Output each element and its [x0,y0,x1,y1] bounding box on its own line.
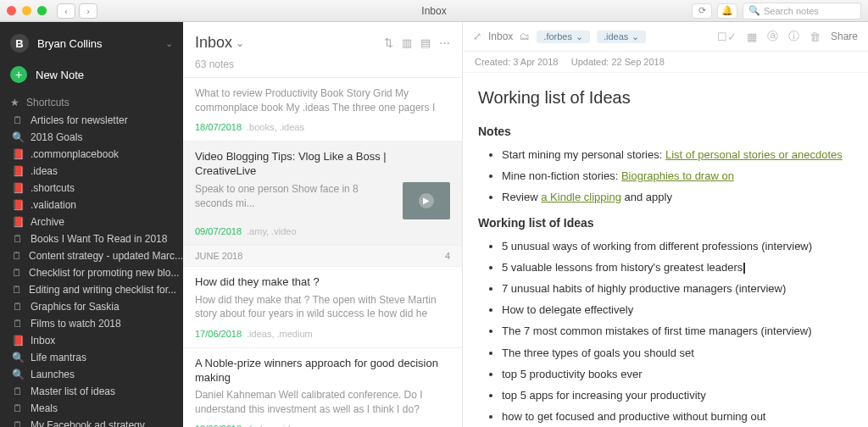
sidebar-item[interactable]: 🗒Graphics for Saskia [0,298,183,315]
note-card-snippet: What to review Productivity Book Story G… [195,86,450,115]
sidebar-item[interactable]: 🗒Books I Want To Read in 2018 [0,230,183,247]
search-input[interactable]: 🔍 Search notes [743,3,861,19]
sidebar-item[interactable]: 🗒Meals [0,400,183,417]
close-window-icon[interactable] [7,6,16,15]
shortcuts-label: Shortcuts [26,97,70,108]
note-list-pane: Inbox ⌄ ⇅ ▥ ▤ ⋯ 63 notes What to review … [183,22,463,427]
sidebar-item[interactable]: 🗒Master list of ideas [0,383,183,400]
note-icon: 🗒 [12,284,22,296]
link[interactable]: a Kindle clipping [541,191,621,203]
list-title[interactable]: Inbox [195,34,232,52]
sidebar-item[interactable]: 🗒Editing and writing checklist for... [0,281,183,298]
sidebar-item-label: Master list of ideas [31,385,115,397]
sidebar-item[interactable]: 📕.validation [0,197,183,214]
expand-icon[interactable]: ⤢ [473,30,481,42]
reminder-icon[interactable]: ☐✓ [717,30,737,43]
note-card[interactable]: How did they make that ?How did they mak… [183,266,462,347]
sidebar-item[interactable]: 🗒Checklist for promoting new blo... [0,264,183,281]
link[interactable]: Biographies to draw on [621,169,734,182]
filter-button[interactable]: ▤ [420,36,431,49]
note-title[interactable]: Working list of Ideas [478,85,853,111]
note-card-date: 18/07/2018 [195,122,242,132]
note-card[interactable]: What to review Productivity Book Story G… [183,77,462,141]
sidebar-item[interactable]: 📕.ideas [0,163,183,180]
minimize-window-icon[interactable] [22,6,31,15]
shortcuts-section[interactable]: ★ Shortcuts [0,90,183,112]
more-options-button[interactable]: ⋯ [439,36,450,49]
note-thumbnail [403,182,450,219]
activity-button[interactable]: 🔔 [717,3,737,19]
annotate-icon[interactable]: ⓐ [767,29,778,44]
note-body[interactable]: Working list of Ideas Notes Start mining… [463,73,868,427]
note-icon: 🗒 [12,114,24,126]
sidebar-item[interactable]: 📕Archive [0,214,183,230]
sort-button[interactable]: ⇅ [384,36,393,49]
month-label: JUNE 2018 [195,251,242,261]
sidebar-item[interactable]: 🔍Launches [0,366,183,383]
note-icon: 🗒 [12,250,22,262]
list-item: How to delegate effectively [502,302,853,319]
list-item: 7 unusual habits of highly productive ma… [502,280,853,297]
sidebar-item[interactable]: 🗒Articles for newsletter [0,112,183,129]
notebook-icon: 📕 [12,216,24,228]
sidebar-item-label: .shortcuts [31,182,75,194]
sidebar-item[interactable]: 📕.shortcuts [0,180,183,197]
window-title: Inbox [421,5,446,17]
plus-icon: + [10,66,27,83]
info-icon[interactable]: ⓘ [788,29,799,44]
sidebar-item[interactable]: 🗒My Facebook ad strategy [0,417,183,427]
account-switcher[interactable]: B Bryan Collins ⌄ [0,27,183,59]
sync-button[interactable]: ⟳ [692,3,712,19]
notebook-icon: 🗂 [520,30,530,42]
note-tag[interactable]: .ideas⌄ [597,30,646,43]
note-icon: 🗒 [12,318,24,330]
new-note-button[interactable]: + New Note [0,59,183,90]
sidebar-item-label: Content strategy - updated Marc... [29,250,183,262]
search-placeholder: Search notes [764,6,819,16]
nav-buttons: ‹ › [57,3,97,19]
note-card[interactable]: A Noble-prize winners approach for good … [183,347,462,427]
notebook-name[interactable]: Inbox [488,30,513,42]
list-item: Mine non-fiction stories: Biographies to… [502,168,853,185]
note-card-title: A Noble-prize winners approach for good … [195,357,450,385]
sidebar-item-label: 2018 Goals [31,131,82,143]
updated-date: Updated: 22 Sep 2018 [571,57,665,67]
share-button[interactable]: Share [831,30,858,42]
sidebar: B Bryan Collins ⌄ + New Note ★ Shortcuts… [0,22,183,427]
sidebar-item[interactable]: 🔍Life mantras [0,349,183,366]
sidebar-item[interactable]: 🗒Films to watch 2018 [0,315,183,332]
sidebar-item-label: Meals [31,402,58,414]
note-detail-pane: ⤢ Inbox 🗂 .forbes⌄ .ideas⌄ ☐✓ ▦ ⓐ ⓘ 🗑 Sh… [463,22,868,427]
present-icon[interactable]: ▦ [747,30,757,43]
back-button[interactable]: ‹ [57,3,75,19]
month-count: 4 [445,251,450,261]
note-icon: 🗒 [12,267,22,279]
sidebar-item[interactable]: 📕.commonplacebook [0,146,183,163]
window-titlebar: ‹ › Inbox ⟳ 🔔 🔍 Search notes [0,0,868,22]
list-item: top 5 apps for increasing your productiv… [502,387,853,404]
sidebar-item-label: .ideas [31,165,58,177]
sidebar-item[interactable]: 🔍2018 Goals [0,129,183,146]
sidebar-item[interactable]: 🗒Content strategy - updated Marc... [0,247,183,264]
view-toggle-button[interactable]: ▥ [402,36,412,49]
trash-icon[interactable]: 🗑 [810,30,821,43]
sidebar-item-label: My Facebook ad strategy [31,419,145,427]
search-icon: 🔍 [748,5,760,16]
sidebar-item[interactable]: 📕Inbox [0,332,183,349]
note-card-date: 17/06/2018 [195,329,242,339]
notebook-icon: 📕 [12,148,24,160]
sidebar-item-label: Inbox [31,335,55,347]
note-tag[interactable]: .forbes⌄ [537,30,590,43]
note-icon: 🗒 [12,402,24,414]
link[interactable]: List of personal stories or anecdotes [665,148,843,161]
note-card[interactable]: Video Blogging Tips: Vlog Like a Boss | … [183,141,462,245]
forward-button[interactable]: › [79,3,97,19]
sidebar-item-label: Articles for newsletter [31,114,128,126]
sidebar-item-label: Editing and writing checklist for... [29,284,176,296]
list-item: top 5 productivity books ever [502,366,853,383]
maximize-window-icon[interactable] [37,6,47,15]
note-count: 63 notes [183,57,462,77]
sidebar-item-label: Graphics for Saskia [31,301,120,313]
list-item: Start mining my personal stories: List o… [502,147,853,164]
chevron-down-icon[interactable]: ⌄ [236,37,244,49]
